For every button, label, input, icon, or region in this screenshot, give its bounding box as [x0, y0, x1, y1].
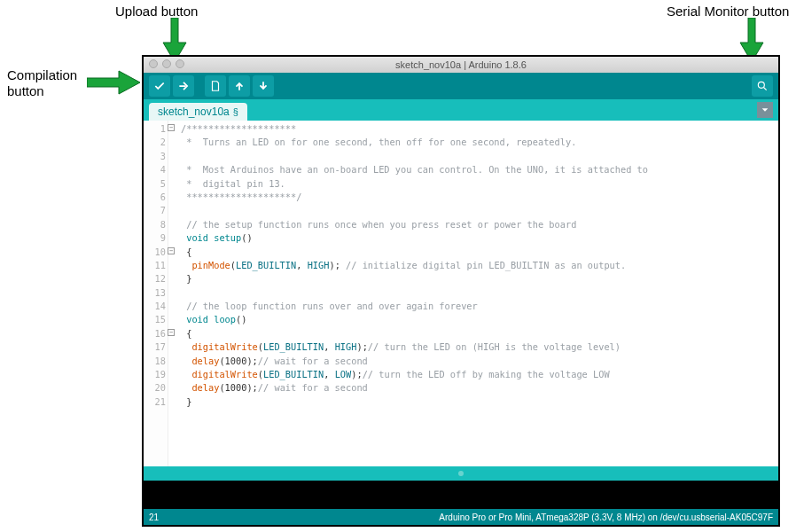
- code-line[interactable]: }: [181, 272, 778, 286]
- line-number: 13: [144, 286, 166, 300]
- line-number: 15: [144, 313, 166, 326]
- code-line[interactable]: * Most Arduinos have an on-board LED you…: [181, 163, 778, 176]
- code-line[interactable]: * Turns an LED on for one second, then o…: [181, 136, 778, 149]
- sketch-tab[interactable]: sketch_nov10a §: [149, 103, 247, 121]
- line-number-gutter: 1−2345678910−111213141516−1718192021: [144, 121, 168, 466]
- arduino-ide-window: sketch_nov10a | Arduino 1.8.6 sketch_nov…: [142, 55, 780, 527]
- code-line[interactable]: ********************/: [181, 191, 778, 204]
- line-number: 19: [144, 368, 166, 381]
- status-line-number: 21: [149, 512, 159, 522]
- window-title: sketch_nov10a | Arduino 1.8.6: [395, 59, 527, 70]
- verify-button[interactable]: [149, 75, 170, 97]
- divider-grip-icon: [458, 471, 464, 476]
- line-number: 21: [144, 395, 166, 409]
- code-line[interactable]: {: [181, 327, 778, 340]
- line-number: 20: [144, 381, 166, 395]
- annotation-serial-label: Serial Monitor button: [667, 4, 789, 20]
- tab-bar: sketch_nov10a §: [144, 99, 778, 121]
- fold-toggle[interactable]: −: [168, 329, 175, 336]
- line-number: 18: [144, 355, 166, 368]
- arrow-compile: [87, 69, 140, 96]
- fold-toggle[interactable]: −: [168, 247, 175, 254]
- code-line[interactable]: * digital pin 13.: [181, 177, 778, 191]
- code-line[interactable]: void loop(): [181, 313, 778, 326]
- line-number: 3: [144, 150, 166, 163]
- line-number: 16−: [144, 327, 166, 340]
- fold-toggle[interactable]: −: [168, 124, 175, 131]
- console-output: [144, 481, 778, 509]
- line-number: 11: [144, 259, 166, 272]
- line-number: 14: [144, 300, 166, 313]
- arrow-right-icon: [177, 80, 190, 92]
- code-line[interactable]: [181, 286, 778, 300]
- line-number: 4: [144, 163, 166, 176]
- code-line[interactable]: void setup(): [181, 231, 778, 245]
- line-number: 9: [144, 231, 166, 245]
- save-sketch-button[interactable]: [253, 75, 274, 97]
- window-titlebar: sketch_nov10a | Arduino 1.8.6: [144, 57, 778, 73]
- line-number: 10−: [144, 246, 166, 259]
- code-line[interactable]: {: [181, 246, 778, 259]
- line-number: 7: [144, 204, 166, 217]
- toolbar: [144, 73, 778, 99]
- code-editor[interactable]: 1−2345678910−111213141516−1718192021 /**…: [144, 121, 778, 466]
- new-sketch-button[interactable]: [205, 75, 226, 97]
- caret-down-icon: [761, 106, 769, 114]
- svg-marker-2: [87, 71, 140, 94]
- code-line[interactable]: }: [181, 395, 778, 409]
- code-line[interactable]: /********************: [181, 122, 778, 136]
- upload-button[interactable]: [173, 75, 194, 97]
- serial-monitor-button[interactable]: [752, 75, 773, 97]
- tab-label: sketch_nov10a: [158, 106, 230, 118]
- check-icon: [153, 80, 166, 92]
- tab-menu-button[interactable]: [757, 102, 773, 118]
- arrow-down-icon: [257, 80, 269, 92]
- code-line[interactable]: // the loop function runs over and over …: [181, 300, 778, 313]
- tab-modified-indicator: §: [233, 106, 238, 117]
- code-line[interactable]: digitalWrite(LED_BUILTIN, LOW);// turn t…: [181, 368, 778, 381]
- code-line[interactable]: // the setup function runs once when you…: [181, 218, 778, 231]
- annotation-compile-label: Compilation button: [7, 67, 77, 99]
- line-number: 2: [144, 136, 166, 149]
- code-line[interactable]: [181, 150, 778, 163]
- magnifier-icon: [756, 80, 769, 92]
- file-icon: [209, 80, 222, 92]
- pane-divider[interactable]: [144, 466, 778, 481]
- code-line[interactable]: [181, 204, 778, 217]
- status-bar: 21 Arduino Pro or Pro Mini, ATmega328P (…: [144, 509, 778, 525]
- line-number: 6: [144, 191, 166, 204]
- code-line[interactable]: delay(1000);// wait for a second: [181, 355, 778, 368]
- arrow-up-icon: [233, 80, 246, 92]
- line-number: 12: [144, 272, 166, 286]
- code-area[interactable]: /******************** * Turns an LED on …: [168, 121, 778, 466]
- svg-point-3: [758, 82, 764, 88]
- line-number: 8: [144, 218, 166, 231]
- code-line[interactable]: digitalWrite(LED_BUILTIN, HIGH);// turn …: [181, 340, 778, 354]
- code-line[interactable]: pinMode(LED_BUILTIN, HIGH); // initializ…: [181, 259, 778, 272]
- close-icon[interactable]: [149, 59, 158, 68]
- open-sketch-button[interactable]: [229, 75, 250, 97]
- window-traffic-lights[interactable]: [149, 59, 184, 68]
- line-number: 5: [144, 177, 166, 191]
- status-board-port: Arduino Pro or Pro Mini, ATmega328P (3.3…: [439, 512, 773, 522]
- line-number: 17: [144, 340, 166, 354]
- zoom-icon[interactable]: [176, 59, 184, 68]
- minimize-icon[interactable]: [162, 59, 171, 68]
- line-number: 1−: [144, 122, 166, 136]
- code-line[interactable]: delay(1000);// wait for a second: [181, 381, 778, 395]
